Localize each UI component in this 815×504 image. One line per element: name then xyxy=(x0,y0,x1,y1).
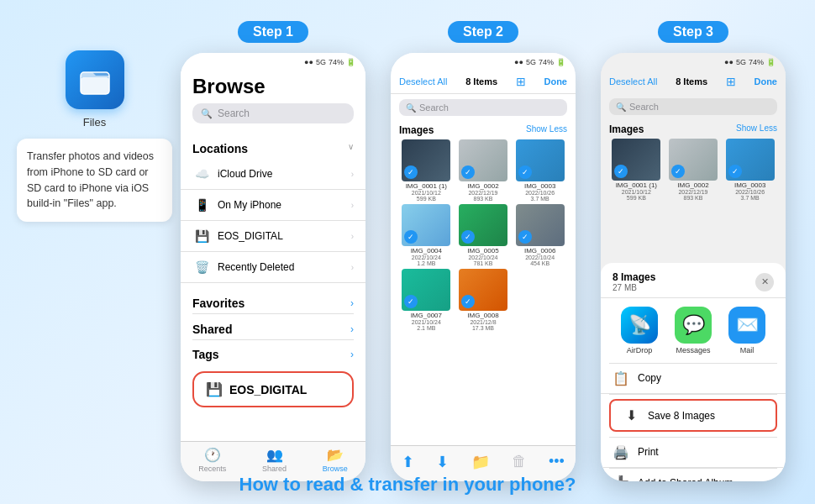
image-date-7: 2021/10/24 xyxy=(412,319,441,325)
step2-badge: Step 2 xyxy=(448,21,518,43)
step2-search[interactable]: 🔍 Search xyxy=(399,99,567,116)
step3-deselect-button[interactable]: Deselect All xyxy=(609,76,657,87)
icloud-icon: ☁️ xyxy=(192,165,211,183)
files-app-label: Files xyxy=(17,116,172,129)
print-action[interactable]: 🖨️ Print xyxy=(601,438,786,468)
step3-image-date-1: 2021/10/12 xyxy=(622,189,651,195)
step3-images-header: Images Show Less xyxy=(601,120,786,139)
search-bar[interactable]: 🔍 Search xyxy=(192,103,354,123)
tab-browse[interactable]: 📂 Browse xyxy=(323,447,348,473)
image-thumb-5: ✓ xyxy=(459,204,507,246)
image-name-8: IMG_0008 xyxy=(467,312,498,319)
tab-shared-label: Shared xyxy=(262,465,287,473)
browse-header: Browse 🔍 Search xyxy=(181,70,365,132)
step3-done-button[interactable]: Done xyxy=(754,76,777,87)
save-icon: ⬇ xyxy=(623,407,639,423)
trash-action-icon[interactable]: 🗑 xyxy=(512,453,527,471)
step3-items-count: 8 Items xyxy=(676,76,707,87)
items-count: 8 Items xyxy=(465,76,497,87)
image-name-4: IMG_0004 xyxy=(411,247,442,255)
step3-image-cell-1[interactable]: ✓ IMG_0001 (1) 2021/10/12 599 KB xyxy=(609,139,664,201)
recents-icon: 🕐 xyxy=(204,447,221,463)
step3-show-less[interactable]: Show Less xyxy=(736,123,777,135)
step1-badge: Step 1 xyxy=(238,21,308,43)
locations-header: Locations ∨ xyxy=(181,137,365,159)
check-icon-6: ✓ xyxy=(518,230,532,244)
step3-search-placeholder: Search xyxy=(629,102,659,112)
messages-button[interactable]: 💬 Messages xyxy=(675,307,712,354)
image-thumb-4: ✓ xyxy=(402,204,450,246)
tags-section: Tags › xyxy=(181,339,365,365)
mail-button[interactable]: ✉️ Mail xyxy=(728,307,765,354)
close-sheet-button[interactable]: ✕ xyxy=(755,273,774,291)
show-less-button[interactable]: Show Less xyxy=(526,124,567,136)
messages-icon: 💬 xyxy=(675,307,712,344)
image-thumb-2: ✓ xyxy=(459,139,507,181)
done-button[interactable]: Done xyxy=(544,76,567,87)
share-sheet-title-block: 8 Images 27 MB xyxy=(613,271,655,292)
image-cell-5[interactable]: ✓ IMG_0005 2022/10/24 781 KB xyxy=(456,204,511,266)
tab-browse-label: Browse xyxy=(323,465,348,473)
move-icon[interactable]: ⬇ xyxy=(436,453,449,471)
browse-title: Browse xyxy=(192,75,354,98)
image-date-4: 2022/10/24 xyxy=(412,255,441,260)
eos-chevron-icon: › xyxy=(351,232,354,241)
step2-images-header: Images Show Less xyxy=(391,121,576,139)
image-cell-8[interactable]: ✓ IMG_0008 2021/12/8 17.3 MB xyxy=(456,269,511,331)
image-thumb-3: ✓ xyxy=(516,139,565,181)
image-cell-2[interactable]: ✓ IMG_0002 2022/12/19 893 KB xyxy=(456,139,511,202)
step1-status-bar: ●● 5G 74% 🔋 xyxy=(181,53,365,70)
eos-item[interactable]: 💾 EOS_DIGITAL › xyxy=(181,221,365,252)
image-cell-4[interactable]: ✓ IMG_0004 2022/10/24 1.2 MB xyxy=(399,204,454,266)
step3-search[interactable]: 🔍 Search xyxy=(609,98,777,115)
step3-image-cell-3[interactable]: ✓ IMG_0003 2022/10/26 3.7 MB xyxy=(723,139,777,201)
iphone-icon: 📱 xyxy=(192,196,211,214)
image-cell-7[interactable]: ✓ IMG_0007 2021/10/24 2.1 MB xyxy=(399,269,454,331)
iphone-item[interactable]: 📱 On My iPhone › xyxy=(181,190,365,221)
shared-section: Shared › xyxy=(181,314,365,339)
image-cell-6[interactable]: ✓ IMG_0006 2022/10/24 454 KB xyxy=(513,204,567,266)
description-text: Transfer photos and videos from iPhone t… xyxy=(27,150,154,209)
tags-arrow-icon: › xyxy=(350,349,354,360)
step3-image-date-2: 2022/12/19 xyxy=(678,189,707,195)
airdrop-button[interactable]: 📡 AirDrop xyxy=(621,307,658,354)
share-icon[interactable]: ⬆ xyxy=(402,453,414,471)
step3-badge: Step 3 xyxy=(658,21,728,43)
recently-deleted-item[interactable]: 🗑️ Recently Deleted › xyxy=(181,252,365,283)
check-icon-5: ✓ xyxy=(461,230,475,244)
status-icons: ●● 5G 74% 🔋 xyxy=(304,58,355,66)
step3-image-cell-2[interactable]: ✓ IMG_0002 2022/12/19 893 KB xyxy=(666,139,721,201)
grid-view-icon[interactable]: ⊞ xyxy=(516,75,526,88)
image-cell-1[interactable]: ✓ IMG_0001 (1) 2021/10/12 599 KB xyxy=(399,139,454,202)
step3-search-icon: 🔍 xyxy=(616,102,626,112)
recently-deleted-label: Recently Deleted xyxy=(218,261,344,273)
messages-label: Messages xyxy=(676,346,710,354)
step2-images-title: Images xyxy=(399,124,434,136)
locations-chevron-icon: ∨ xyxy=(348,142,354,155)
copy-action[interactable]: 📋 Copy xyxy=(601,364,786,394)
image-cell-3[interactable]: ✓ IMG_0003 2022/10/26 3.7 MB xyxy=(513,139,567,202)
step3-check-icon-2: ✓ xyxy=(671,165,685,178)
save-images-button[interactable]: ⬇ Save 8 Images xyxy=(609,399,777,432)
image-thumb-1: ✓ xyxy=(402,139,450,181)
image-thumb-6: ✓ xyxy=(516,204,565,246)
step3-top-bar: Deselect All 8 Items ⊞ Done xyxy=(601,70,786,93)
favorites-section: Favorites › xyxy=(181,288,365,313)
more-icon[interactable]: ••• xyxy=(549,453,565,471)
tab-shared[interactable]: 👥 Shared xyxy=(262,447,287,473)
share-sheet-title: 8 Images xyxy=(613,271,655,283)
tab-recents[interactable]: 🕐 Recents xyxy=(198,447,226,473)
step3-grid-icon[interactable]: ⊞ xyxy=(726,75,736,88)
print-label: Print xyxy=(638,446,774,458)
folder-icon[interactable]: 📁 xyxy=(471,453,490,471)
copy-icon: 📋 xyxy=(613,370,629,386)
tab-recents-label: Recents xyxy=(198,465,226,473)
deselect-all-button[interactable]: Deselect All xyxy=(399,76,447,87)
bottom-title: How to read & transfer in your phone? xyxy=(0,474,815,496)
image-size-6: 454 KB xyxy=(530,260,549,266)
icloud-item[interactable]: ☁️ iCloud Drive › xyxy=(181,159,365,190)
recently-deleted-chevron-icon: › xyxy=(351,263,354,272)
step3-image-date-3: 2022/10/26 xyxy=(735,189,765,195)
eos-highlight[interactable]: 💾 EOS_DIGITAL xyxy=(192,371,354,407)
eos-drive-icon: 💾 xyxy=(192,227,211,245)
